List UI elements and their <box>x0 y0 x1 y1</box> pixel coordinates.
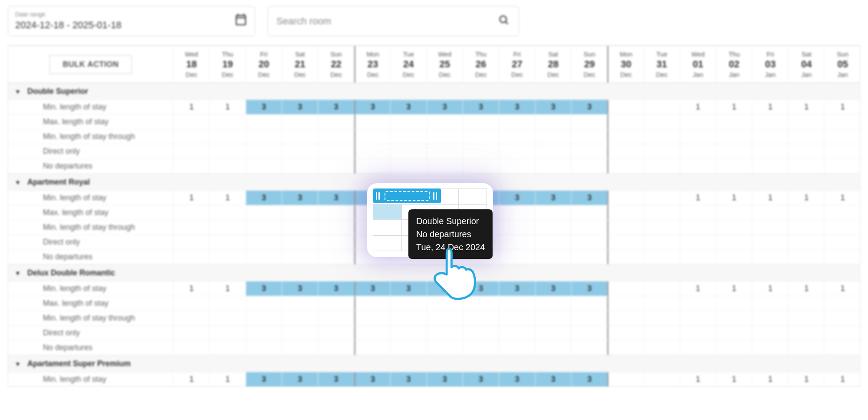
grid-cell[interactable]: 3 <box>535 372 571 387</box>
grid-cell[interactable] <box>282 220 318 235</box>
grid-cell[interactable] <box>824 129 860 144</box>
grid-cell[interactable]: 3 <box>282 100 318 114</box>
grid-cell[interactable] <box>499 311 535 325</box>
grid-cell[interactable] <box>680 144 716 159</box>
grid-cell[interactable] <box>390 144 426 159</box>
grid-cell[interactable] <box>209 296 245 311</box>
grid-cell[interactable] <box>607 296 643 311</box>
grid-cell[interactable] <box>571 220 607 235</box>
grid-cell[interactable] <box>644 296 680 311</box>
grid-cell[interactable] <box>535 250 571 264</box>
grid-cell[interactable]: 1 <box>680 100 716 114</box>
grid-cell[interactable]: 3 <box>354 100 390 114</box>
grid-cell[interactable] <box>282 341 318 355</box>
grid-cell[interactable] <box>716 235 752 249</box>
grid-cell[interactable] <box>318 250 354 264</box>
grid-cell[interactable] <box>607 205 643 220</box>
grid-cell[interactable] <box>644 129 680 144</box>
grid-cell[interactable] <box>716 296 752 311</box>
grid-cell[interactable] <box>824 205 860 220</box>
grid-cell[interactable] <box>209 144 245 159</box>
grid-cell[interactable] <box>607 341 643 355</box>
collapse-caret-icon[interactable]: ▼ <box>8 270 27 277</box>
grid-cell[interactable]: 3 <box>535 281 571 296</box>
grid-cell[interactable] <box>824 341 860 355</box>
grid-cell[interactable] <box>463 129 499 144</box>
grid-cell[interactable] <box>716 159 752 173</box>
grid-cell[interactable] <box>571 235 607 249</box>
grid-cell[interactable] <box>173 220 209 235</box>
grid-cell[interactable] <box>607 129 643 144</box>
grid-cell[interactable] <box>209 205 245 220</box>
date-column[interactable]: Tue24Dec <box>390 46 426 83</box>
grid-cell[interactable]: 1 <box>680 281 716 296</box>
grid-cell[interactable] <box>644 191 680 205</box>
grid-cell[interactable] <box>246 250 282 264</box>
grid-cell[interactable]: 1 <box>788 100 824 114</box>
grid-cell[interactable] <box>824 144 860 159</box>
grid-cell[interactable] <box>354 311 390 325</box>
grid-cell[interactable] <box>788 205 824 220</box>
grid-cell[interactable] <box>354 144 390 159</box>
date-column[interactable]: Mon23Dec <box>354 46 390 83</box>
grid-cell[interactable]: 1 <box>752 372 788 387</box>
grid-cell[interactable] <box>752 129 788 144</box>
grid-cell[interactable] <box>824 115 860 129</box>
grid-cell[interactable]: 3 <box>246 100 282 114</box>
grid-cell[interactable] <box>209 235 245 249</box>
grid-cell[interactable] <box>824 220 860 235</box>
grid-cell[interactable] <box>318 144 354 159</box>
grid-cell[interactable]: 1 <box>788 372 824 387</box>
grid-cell[interactable] <box>282 159 318 173</box>
grid-cell[interactable] <box>354 129 390 144</box>
date-column[interactable]: Wed25Dec <box>427 46 463 83</box>
grid-cell[interactable]: 3 <box>390 281 426 296</box>
date-column[interactable]: Sat21Dec <box>282 46 318 83</box>
grid-cell[interactable] <box>535 115 571 129</box>
grid-cell[interactable]: 1 <box>209 191 245 205</box>
grid-cell[interactable] <box>246 341 282 355</box>
grid-cell[interactable] <box>680 205 716 220</box>
grid-cell[interactable]: 3 <box>463 100 499 114</box>
grid-cell[interactable] <box>752 205 788 220</box>
date-column[interactable]: Tue31Dec <box>644 46 680 83</box>
grid-cell[interactable]: 3 <box>318 100 354 114</box>
grid-cell[interactable] <box>752 341 788 355</box>
grid-cell[interactable] <box>824 326 860 340</box>
grid-cell[interactable]: 3 <box>390 100 426 114</box>
grid-cell[interactable] <box>644 311 680 325</box>
grid-cell[interactable] <box>390 159 426 173</box>
grid-cell[interactable] <box>535 235 571 249</box>
grid-cell[interactable] <box>427 311 463 325</box>
grid-cell[interactable] <box>246 129 282 144</box>
grid-cell[interactable] <box>607 220 643 235</box>
date-column[interactable]: Sat04Jan <box>788 46 824 83</box>
grid-cell[interactable] <box>607 191 643 205</box>
grid-cell[interactable] <box>427 144 463 159</box>
grid-cell[interactable] <box>318 205 354 220</box>
grid-cell[interactable] <box>209 159 245 173</box>
grid-cell[interactable] <box>788 250 824 264</box>
grid-cell[interactable] <box>246 159 282 173</box>
date-column[interactable]: Wed01Jan <box>680 46 716 83</box>
grid-cell[interactable] <box>571 115 607 129</box>
grid-cell[interactable] <box>173 296 209 311</box>
grid-cell[interactable] <box>318 311 354 325</box>
date-column[interactable]: Fri27Dec <box>499 46 535 83</box>
grid-cell[interactable]: 3 <box>499 191 535 205</box>
room-title-row[interactable]: ▼Apartament Super Premium <box>8 355 860 372</box>
grid-cell[interactable] <box>282 326 318 340</box>
grid-cell[interactable] <box>318 159 354 173</box>
grid-cell[interactable] <box>173 159 209 173</box>
grid-cell[interactable]: 1 <box>716 191 752 205</box>
grid-cell[interactable] <box>571 205 607 220</box>
grid-cell[interactable] <box>390 296 426 311</box>
grid-cell[interactable] <box>752 159 788 173</box>
grid-cell[interactable]: 1 <box>680 372 716 387</box>
grid-cell[interactable]: 1 <box>209 372 245 387</box>
grid-cell[interactable] <box>499 129 535 144</box>
grid-cell[interactable]: 1 <box>752 281 788 296</box>
date-column[interactable]: Fri20Dec <box>246 46 282 83</box>
grid-cell[interactable]: 1 <box>209 281 245 296</box>
grid-cell[interactable]: 1 <box>788 191 824 205</box>
